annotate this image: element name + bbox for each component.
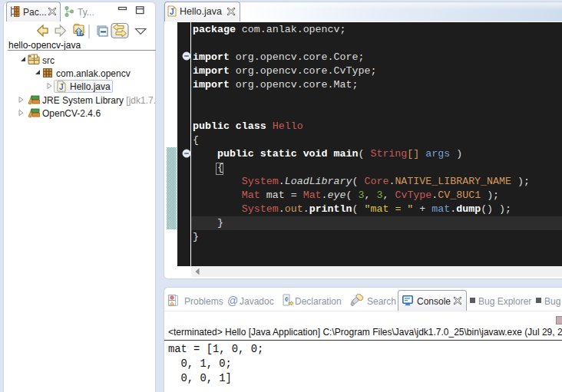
svg-text:J: J <box>170 8 174 16</box>
svg-text:J: J <box>59 83 64 91</box>
